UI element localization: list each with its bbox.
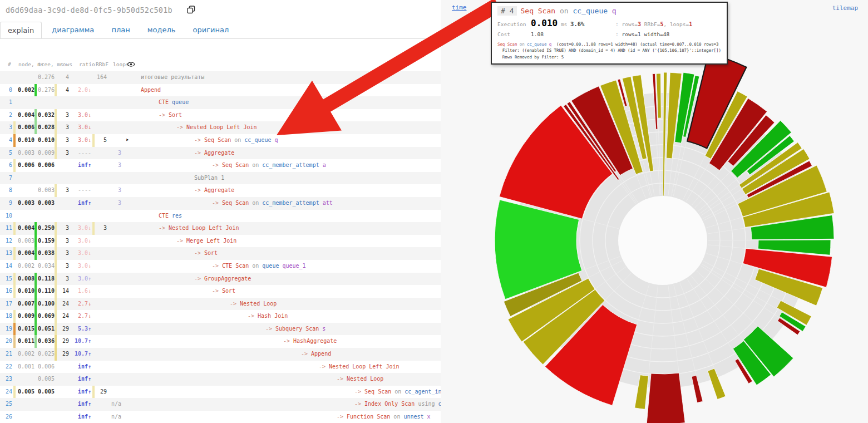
table-row[interactable]: 230.005inf↑-> Nested Loop	[0, 373, 441, 386]
tab-bar: explain диаграмма план модель оригинал	[0, 21, 441, 39]
tooltip-title: # 4Seq Scan on cc_queue q	[497, 7, 721, 15]
table-row[interactable]: 130.0040.03833.0↓-> Sort	[0, 247, 441, 260]
table-row[interactable]: 150.0080.11833.0↑-> GroupAggregate	[0, 273, 441, 286]
col-rrbf: RRbF	[96, 61, 108, 67]
table-header: # node, ms tree, ms rows ratio RRbF loop…	[0, 60, 441, 70]
table-row[interactable]: 60.0060.006inf↑3-> Seq Scan on cc_member…	[0, 159, 441, 172]
explain-panel: d6d69daa-3c9d-de8d-0fc5-9b50d52c501b exp…	[0, 0, 441, 423]
table-row[interactable]: 240.0050.005inf↑29-> Seq Scan on cc_agen…	[0, 386, 441, 399]
tooltip-cost-row: Cost 1.08 : rows=1 width=48	[497, 31, 721, 37]
table-row[interactable]: 140.0020.03433.0↓-> CTE Scan on queue qu…	[0, 260, 441, 273]
cost-value: 1.08	[531, 31, 615, 37]
summary-row: 0.2764164итоговые результаты	[0, 71, 441, 84]
col-index: #	[8, 61, 11, 67]
table-row[interactable]: 26inf↑n/a-> Function Scan on unnest x	[0, 411, 441, 423]
tooltip-relation: cc_queue	[573, 7, 608, 15]
table-row[interactable]: 20.0040.03233.0↓-> Sort	[0, 109, 441, 122]
table-row[interactable]: 110.0040.25033.0↓3-> Nested Loop Left Jo…	[0, 222, 441, 235]
node-tooltip: # 4Seq Scan on cc_queue q Execution 0.01…	[491, 2, 728, 65]
plan-id: d6d69daa-3c9d-de8d-0fc5-9b50d52c501b	[6, 6, 172, 14]
execution-loops: 1	[689, 21, 692, 27]
table-row[interactable]: 7SubPlan 1	[0, 172, 441, 185]
table-row[interactable]: 25inf↑n/a-> Index Only Scan using c	[0, 398, 441, 411]
execution-ms: 0.010	[531, 18, 558, 28]
table-row[interactable]: 80.0033----3-> Aggregate	[0, 184, 441, 197]
table-row[interactable]: 30.0060.02833.0↓-> Nested Loop Left Join	[0, 121, 441, 134]
copy-icon[interactable]	[187, 6, 195, 16]
table-row[interactable]: 200.0110.0362910.7↑-> HashAggregate	[0, 335, 441, 348]
col-ratio: ratio	[79, 61, 95, 67]
col-loops: loops	[113, 61, 129, 67]
table-row[interactable]: 10CTE res	[0, 210, 441, 223]
table-row[interactable]: 120.0030.15933.0↓-> Merge Left Join	[0, 235, 441, 248]
tab-diagram[interactable]: диаграмма	[45, 22, 101, 37]
tooltip-alias: q	[608, 7, 617, 15]
cost-width: width=48	[641, 31, 669, 37]
col-rows: rows	[60, 61, 72, 67]
table-row[interactable]: 220.0010.006inf↑-> Nested Loop Left Join	[0, 361, 441, 373]
table-row[interactable]: 160.0100.110141.6↓-> Sort	[0, 285, 441, 298]
execution-pct: 3.6%	[570, 21, 584, 27]
tooltip-node-type: Seq Scan	[520, 7, 555, 15]
tooltip-kw: on	[555, 7, 573, 15]
table-row[interactable]: 50.0030.0093----3-> Aggregate	[0, 147, 441, 160]
tab-original[interactable]: оригинал	[186, 22, 236, 37]
table-row[interactable]: 170.0070.100242.7↓-> Nested Loop	[0, 298, 441, 311]
cost-label: Cost	[497, 31, 531, 37]
table-row[interactable]: 210.0020.0252910.7↑-> Append	[0, 348, 441, 361]
cost-rows: rows=1	[622, 31, 640, 37]
execution-label: Execution	[497, 21, 531, 27]
table-row[interactable]: 180.0090.069242.7↓-> Hash Join	[0, 310, 441, 323]
table-row[interactable]: 1CTE queue	[0, 96, 441, 109]
node-number-badge: # 4	[497, 6, 517, 16]
table-row[interactable]: 190.0150.051295.3↑-> Subquery Scan s	[0, 323, 441, 336]
tooltip-execution-row: Execution 0.010 ms 3.6% : rows=3 RRbF=5,…	[497, 18, 721, 28]
node-sector[interactable]	[647, 373, 685, 423]
table-row[interactable]: 40.0100.01033.0↓5➤-> Seq Scan on cc_queu…	[0, 134, 441, 147]
tab-model[interactable]: модель	[140, 22, 183, 37]
plan-table: 0.2764164итоговые результаты00.0020.2764…	[0, 71, 441, 423]
tab-explain[interactable]: explain	[0, 22, 42, 38]
table-row[interactable]: 00.0020.27642.0↓Append	[0, 84, 441, 97]
chart-center-hole	[618, 196, 707, 285]
tooltip-plan-snippet: Seq Scan on cc_queue q (cost=0.00..1.08 …	[497, 41, 721, 60]
table-row[interactable]: 90.0030.003inf↑3-> Seq Scan on cc_member…	[0, 197, 441, 210]
eye-icon[interactable]	[127, 62, 135, 68]
selected-node-marker: ➤	[126, 134, 135, 147]
tab-plan[interactable]: план	[104, 22, 137, 37]
